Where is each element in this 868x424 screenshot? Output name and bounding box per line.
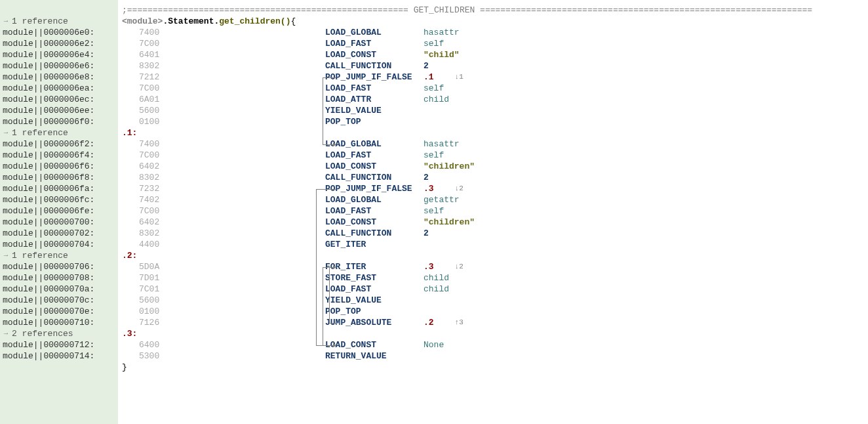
instruction-row[interactable]: 8302CALL_FUNCTION2: [122, 60, 868, 72]
disassembly-listing[interactable]: ;=======================================…: [118, 0, 868, 424]
instruction-row[interactable]: 7C01LOAD_FASTchild: [122, 284, 868, 295]
opcode[interactable]: STORE_FAST: [325, 272, 424, 284]
opcode[interactable]: POP_JUMP_IF_FALSE: [325, 183, 424, 194]
opcode[interactable]: LOAD_CONST: [325, 217, 424, 228]
operand[interactable]: 2: [424, 60, 429, 72]
operand[interactable]: .1: [424, 72, 434, 83]
operand[interactable]: child: [424, 284, 449, 295]
instruction-row[interactable]: 0100POP_TOP: [122, 116, 868, 127]
opcode[interactable]: FOR_ITER: [325, 261, 424, 272]
operand[interactable]: child: [424, 94, 449, 105]
function-close[interactable]: }: [122, 362, 868, 373]
instruction-row[interactable]: 7400LOAD_GLOBALhasattr: [122, 27, 868, 38]
flow-edge: [323, 267, 323, 345]
instruction-row[interactable]: 7402LOAD_GLOBALgetattr: [122, 194, 868, 205]
instruction-row[interactable]: 5D0AFOR_ITER.3↓2: [122, 261, 868, 272]
opcode[interactable]: LOAD_FAST: [325, 205, 424, 217]
opcode[interactable]: LOAD_FAST: [325, 150, 424, 161]
opcode[interactable]: GET_ITER: [325, 239, 424, 250]
operand[interactable]: getattr: [424, 194, 460, 205]
hex-bytes: 5600: [122, 105, 161, 116]
label-name[interactable]: .3:: [122, 328, 137, 339]
opcode[interactable]: LOAD_CONST: [325, 161, 424, 172]
opcode[interactable]: POP_TOP: [325, 306, 424, 317]
instruction-row[interactable]: 8302CALL_FUNCTION2: [122, 172, 868, 183]
operand[interactable]: "child": [424, 49, 460, 60]
operand[interactable]: self: [424, 83, 444, 94]
opcode[interactable]: LOAD_GLOBAL: [325, 194, 424, 205]
address-text: module||0000006fe:: [3, 205, 94, 217]
instruction-row[interactable]: 7400LOAD_GLOBALhasattr: [122, 138, 868, 150]
function-signature[interactable]: <module>.Statement.get_children() {: [122, 16, 868, 27]
xref-count[interactable]: →1 reference: [0, 250, 118, 261]
instruction-row[interactable]: 7C00LOAD_FASTself: [122, 38, 868, 49]
instruction-row[interactable]: 8302CALL_FUNCTION2: [122, 228, 868, 239]
instruction-row[interactable]: 7C00LOAD_FASTself: [122, 205, 868, 217]
hex-bytes: 7C00: [122, 83, 161, 94]
operand[interactable]: self: [424, 38, 444, 49]
instruction-row[interactable]: 7C00LOAD_FASTself: [122, 83, 868, 94]
instruction-row[interactable]: 7C00LOAD_FASTself: [122, 150, 868, 161]
operand[interactable]: "children": [424, 161, 475, 172]
operand[interactable]: hasattr: [424, 138, 460, 150]
opcode[interactable]: LOAD_FAST: [325, 38, 424, 49]
opcode[interactable]: JUMP_ABSOLUTE: [325, 317, 424, 328]
address-label: [0, 362, 118, 373]
address-label: module||0000006f4:: [0, 150, 118, 161]
opcode[interactable]: RETURN_VALUE: [325, 350, 424, 362]
operand[interactable]: "children": [424, 217, 475, 228]
address-text: module||0000006f8:: [3, 172, 94, 183]
opcode[interactable]: LOAD_GLOBAL: [325, 27, 424, 38]
operand[interactable]: .3: [424, 261, 434, 272]
address-text: module||000000704:: [3, 239, 94, 250]
instruction-row[interactable]: 7D01STORE_FASTchild: [122, 272, 868, 284]
section-header-comment[interactable]: ;=======================================…: [122, 5, 868, 16]
opcode[interactable]: POP_JUMP_IF_FALSE: [325, 72, 424, 83]
opcode[interactable]: YIELD_VALUE: [325, 105, 424, 116]
code-label[interactable]: .3:: [122, 328, 868, 339]
instruction-row[interactable]: 6400LOAD_CONSTNone: [122, 339, 868, 350]
operand[interactable]: None: [424, 339, 444, 350]
instruction-row[interactable]: 6A01LOAD_ATTRchild: [122, 94, 868, 105]
opcode[interactable]: YIELD_VALUE: [325, 295, 424, 306]
code-label[interactable]: .2:: [122, 250, 868, 261]
label-name[interactable]: .1:: [122, 127, 137, 138]
opcode[interactable]: POP_TOP: [325, 116, 424, 127]
xref-count[interactable]: →1 reference: [0, 127, 118, 138]
xref-count[interactable]: →2 references: [0, 328, 118, 339]
operand[interactable]: self: [424, 150, 444, 161]
instruction-row[interactable]: 5300RETURN_VALUE: [122, 350, 868, 362]
opcode[interactable]: LOAD_CONST: [325, 49, 424, 60]
instruction-row[interactable]: 6402LOAD_CONST"children": [122, 217, 868, 228]
instruction-row[interactable]: 6402LOAD_CONST"children": [122, 161, 868, 172]
opcode[interactable]: LOAD_FAST: [325, 284, 424, 295]
operand[interactable]: child: [424, 272, 449, 284]
instruction-row[interactable]: 7212POP_JUMP_IF_FALSE.1↓1: [122, 72, 868, 83]
code-label[interactable]: .1:: [122, 127, 868, 138]
operand[interactable]: 2: [424, 228, 429, 239]
opcode[interactable]: LOAD_GLOBAL: [325, 138, 424, 150]
flow-edge: [316, 189, 317, 345]
instruction-row[interactable]: 5600YIELD_VALUE: [122, 105, 868, 116]
instruction-row[interactable]: 7232POP_JUMP_IF_FALSE.3↓2: [122, 183, 868, 194]
instruction-row[interactable]: 6401LOAD_CONST"child": [122, 49, 868, 60]
instruction-row[interactable]: 5600YIELD_VALUE: [122, 295, 868, 306]
opcode[interactable]: CALL_FUNCTION: [325, 172, 424, 183]
label-name[interactable]: .2:: [122, 250, 137, 261]
instruction-row[interactable]: 4400GET_ITER: [122, 239, 868, 250]
opcode[interactable]: CALL_FUNCTION: [325, 228, 424, 239]
operand[interactable]: .3: [424, 183, 434, 194]
opcode[interactable]: LOAD_ATTR: [325, 94, 424, 105]
instruction-row[interactable]: 7126JUMP_ABSOLUTE.2↑3: [122, 317, 868, 328]
opcode[interactable]: CALL_FUNCTION: [325, 60, 424, 72]
operand[interactable]: 2: [424, 172, 429, 183]
instruction-row[interactable]: 0100POP_TOP: [122, 306, 868, 317]
address-label: module||000000706:: [0, 261, 118, 272]
opcode[interactable]: LOAD_CONST: [325, 339, 424, 350]
operand[interactable]: hasattr: [424, 27, 460, 38]
flow-edge: [329, 323, 336, 324]
xref-count[interactable]: →1 reference: [0, 16, 118, 27]
opcode[interactable]: LOAD_FAST: [325, 83, 424, 94]
operand[interactable]: .2: [424, 317, 434, 328]
operand[interactable]: self: [424, 205, 444, 217]
